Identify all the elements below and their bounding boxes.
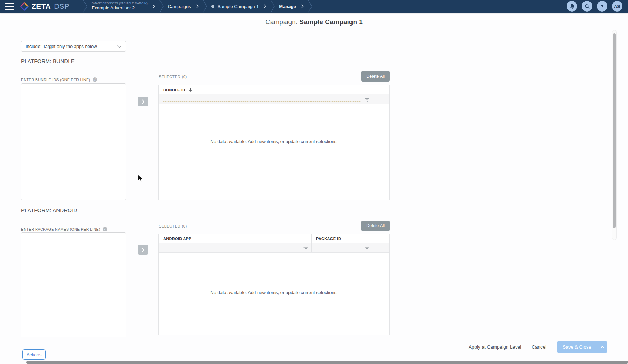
chevron-right-icon [142,99,145,104]
android-app-filter-input[interactable] [163,250,300,250]
bundle-panel-head: SELECTED (0) Delete All [158,71,390,85]
android-filter-action-column [373,243,389,252]
bundle-table-footer [159,197,389,200]
footer-action-bar: Actions Apply at Campaign Level Cancel S… [0,337,628,364]
android-delete-all-button[interactable]: Delete All [361,220,390,231]
page-title-prefix: Campaign: [265,18,298,26]
chevron-right-icon[interactable] [264,4,266,8]
breadcrumb-separator-icon [307,0,313,13]
filter-icon[interactable] [365,246,369,252]
android-selected-count: SELECTED (0) [159,224,187,228]
notifications-button[interactable] [567,1,577,12]
breadcrumb-separator-icon [270,0,275,13]
search-button[interactable] [582,1,592,12]
android-app-column-header[interactable]: ANDROID APP [159,234,312,243]
sort-descending-icon[interactable] [189,88,192,92]
breadcrumb-campaigns-label: Campaigns [168,4,191,9]
chevron-down-icon [117,45,122,48]
android-table: ANDROID APP PACKAGE ID [158,234,390,335]
filter-icon[interactable] [365,97,369,103]
zeta-dsp-logo[interactable]: ZETA DSP [20,0,69,13]
chevron-right-icon[interactable] [152,4,155,8]
bundle-delete-all-button[interactable]: Delete All [361,71,390,82]
breadcrumb-project-eyebrow: SMART PROJECTS (VARIABLE MARGIN) [91,2,147,5]
android-app-column-label: ANDROID APP [163,237,191,241]
android-input-label-text: ENTER PACKAGE NAMES (ONE PER LINE) [21,227,100,231]
breadcrumb-campaign-label: Sample Campaign 1 [218,4,259,9]
apply-at-campaign-level-link[interactable]: Apply at Campaign Level [469,344,521,350]
footer-right-actions: Apply at Campaign Level Cancel Save & Cl… [469,341,607,353]
breadcrumb-manage-label: Manage [279,4,296,9]
breadcrumb-campaign[interactable]: Sample Campaign 1 [208,0,270,13]
actions-button[interactable]: Actions [22,349,46,360]
android-section-heading: PLATFORM: ANDROID [21,207,77,213]
bundle-transfer-button[interactable] [138,97,148,106]
bell-icon [569,4,575,9]
top-navigation-bar: ZETA DSP SMART PROJECTS (VARIABLE MARGIN… [0,0,628,13]
help-icon: ? [600,4,603,9]
bundle-table-action-column [373,85,389,94]
package-id-filter-input[interactable] [316,250,361,250]
bundle-section-heading: PLATFORM: BUNDLE [21,58,75,64]
breadcrumb-campaigns[interactable]: Campaigns [164,0,202,13]
breadcrumb-separator-icon [202,0,208,13]
chevron-up-icon [600,346,605,349]
info-icon[interactable]: i [103,227,107,231]
save-options-toggle[interactable] [597,341,607,353]
logo-text-zeta: ZETA [32,2,51,10]
chevron-right-icon[interactable] [301,4,304,8]
vertical-scrollbar-thumb[interactable] [613,33,616,228]
bundle-input-label: ENTER BUNDLE IDS (ONE PER LINE) i [21,77,97,82]
package-names-textarea[interactable] [21,232,126,343]
android-transfer-button[interactable] [138,245,148,255]
chevron-right-icon [142,248,145,252]
save-and-close-label: Save & Close [557,341,597,353]
bundle-ids-textarea[interactable] [21,83,126,200]
bundle-table-filter-row [159,94,389,104]
android-panel-head: SELECTED (0) Delete All [158,220,390,234]
cancel-link[interactable]: Cancel [532,344,546,350]
chevron-right-icon[interactable] [196,4,199,8]
android-table-header: ANDROID APP PACKAGE ID [159,234,389,243]
breadcrumb-advertiser[interactable]: SMART PROJECTS (VARIABLE MARGIN) Example… [88,0,158,13]
breadcrumb: SMART PROJECTS (VARIABLE MARGIN) Example… [82,0,313,13]
bundle-selected-count: SELECTED (0) [159,75,187,79]
android-table-filter-row [159,243,389,253]
package-id-filter-cell[interactable] [312,243,373,252]
bundle-empty-message: No data available. Add new items, or upd… [210,139,338,144]
mouse-cursor-icon [138,174,144,182]
save-and-close-button[interactable]: Save & Close [557,341,607,353]
bundle-id-filter-input[interactable] [163,101,361,102]
bundle-ids-textarea-wrap [21,83,126,200]
bundle-filter-action-column [373,94,389,104]
bundle-id-column-header[interactable]: BUNDLE ID [159,85,373,94]
bundle-table-body: No data available. Add new items, or upd… [159,104,389,197]
horizontal-scrollbar-thumb[interactable] [26,361,628,364]
bundle-id-filter-cell[interactable] [159,94,373,104]
user-avatar[interactable]: AS [612,1,622,12]
breadcrumb-manage[interactable]: Manage [275,0,307,13]
hamburger-menu-icon[interactable] [5,3,14,10]
package-id-column-header[interactable]: PACKAGE ID [312,234,373,243]
package-id-column-label: PACKAGE ID [316,237,341,241]
targeting-mode-value: Include: Target only the apps below [26,44,97,49]
search-icon [585,4,590,9]
filter-icon[interactable] [303,246,308,252]
bundle-table-header: BUNDLE ID [159,85,389,94]
bundle-selected-panel: SELECTED (0) Delete All BUNDLE ID [158,71,390,85]
android-app-filter-cell[interactable] [159,243,312,252]
info-icon[interactable]: i [93,77,97,82]
help-button[interactable]: ? [597,1,607,12]
breadcrumb-advertiser-label: Example Advertiser 2 [91,5,147,11]
bundle-id-column-label: BUNDLE ID [163,88,185,92]
targeting-mode-dropdown[interactable]: Include: Target only the apps below [21,41,126,52]
android-table-action-column [373,234,389,243]
campaign-status-dot-icon [211,5,214,8]
android-input-label: ENTER PACKAGE NAMES (ONE PER LINE) i [21,227,107,231]
android-empty-message: No data available. Add new items, or upd… [210,290,338,295]
android-table-body: No data available. Add new items, or upd… [159,253,389,335]
logo-text-dsp: DSP [54,2,69,10]
breadcrumb-separator-icon [159,0,164,13]
vertical-scrollbar-track[interactable] [612,30,617,240]
bundle-input-label-text: ENTER BUNDLE IDS (ONE PER LINE) [21,78,90,82]
